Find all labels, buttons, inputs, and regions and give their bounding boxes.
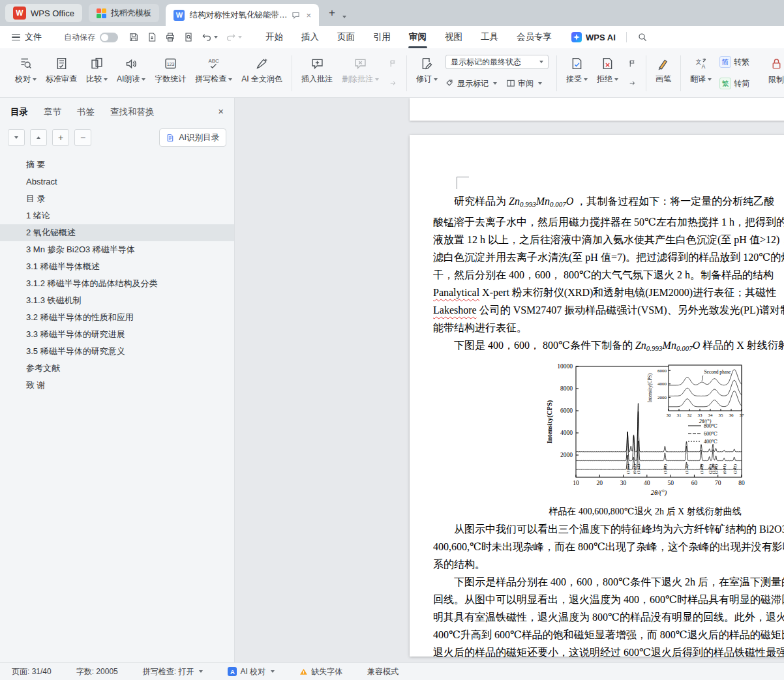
document-text-line[interactable]: 系的结构。: [433, 555, 784, 573]
toc-zoom-out-button[interactable]: −: [74, 129, 91, 146]
status-page-number[interactable]: 页面: 31/40: [12, 666, 52, 677]
redo-button[interactable]: [226, 32, 242, 42]
ribbon-tab-视图[interactable]: 视图: [436, 26, 472, 48]
ribbon-tab-引用[interactable]: 引用: [364, 26, 400, 48]
ribbon-tab-会员专享[interactable]: 会员专享: [507, 26, 561, 48]
show-markup-button[interactable]: 显示标记: [445, 76, 497, 91]
status-spellcheck[interactable]: 拼写检查: 打开: [143, 666, 204, 677]
toc-item[interactable]: 3.1.3 铁磁机制: [0, 292, 234, 309]
review-pane-button[interactable]: 审阅: [506, 76, 542, 91]
document-text-line[interactable]: 滤白色沉淀并用去离子水清洗(至 pH 值=7)。把过滤得到的样品放到 120℃的…: [433, 248, 784, 266]
document-text-line[interactable]: 退火后的样品的磁矩还要小，这说明经过 600℃退火后得到的样品铁磁性最强。: [433, 643, 784, 661]
sidebar-close-icon[interactable]: ×: [218, 106, 224, 117]
reject-changes-button[interactable]: 拒绝: [593, 52, 622, 95]
toc-zoom-in-button[interactable]: +: [52, 129, 69, 146]
toc-item[interactable]: 致 谢: [0, 377, 234, 394]
previous-change-button[interactable]: [626, 57, 639, 70]
document-canvas[interactable]: 研究样品为 Zn0.993Mn0.007O ，其制备过程如下：将一定量的分析纯乙…: [235, 98, 784, 662]
wps-home-button[interactable]: W WPS Office: [5, 4, 82, 22]
sidebar-tab-chapters[interactable]: 章节: [44, 106, 61, 118]
ai-recognize-toc-button[interactable]: AI识别目录: [159, 128, 226, 147]
tab-list-dropdown-icon[interactable]: [342, 16, 346, 18]
ribbon-tab-审阅[interactable]: 审阅: [400, 26, 436, 48]
restrict-edit-button[interactable]: 限制: [764, 53, 784, 88]
ai-read-aloud-button[interactable]: AI朗读: [113, 52, 149, 95]
standard-review-button[interactable]: 标准审查: [42, 52, 81, 95]
toc-item[interactable]: 摘 要: [0, 156, 234, 173]
delete-comment-button[interactable]: 删除批注: [338, 52, 383, 95]
to-traditional-button[interactable]: 简 转繁: [719, 55, 749, 69]
translate-button[interactable]: 文A 翻译: [686, 52, 716, 95]
status-ai-proofread[interactable]: AAI 校对: [228, 666, 275, 677]
toc-item[interactable]: 3 Mn 掺杂 Bi2O3 稀磁半导体: [0, 241, 234, 258]
next-change-button[interactable]: [626, 77, 639, 90]
print-button[interactable]: [165, 32, 175, 42]
export-pdf-button[interactable]: [147, 32, 157, 42]
document-page[interactable]: 研究样品为 Zn0.993Mn0.007O ，其制备过程如下：将一定量的分析纯乙…: [410, 135, 784, 657]
toc-item[interactable]: Abstract: [0, 173, 234, 190]
print-preview-button[interactable]: [183, 32, 194, 42]
toc-item[interactable]: 2 氧化铋概述: [0, 224, 234, 241]
toc-item[interactable]: 3.3 稀磁半导体的研究进展: [0, 326, 234, 343]
document-text-line[interactable]: 从图示中我们可以看出三个温度下的特征峰均为六方纤锌矿结构的 Bi2O3 峰: [433, 520, 784, 538]
undo-button[interactable]: [202, 32, 218, 42]
redo-dropdown-icon[interactable]: [238, 36, 242, 38]
toc-item[interactable]: 1 绪论: [0, 207, 234, 224]
undo-dropdown-icon[interactable]: [214, 36, 218, 38]
toc-item[interactable]: 3.5 稀磁半导体的研究意义: [0, 343, 234, 360]
toc-item[interactable]: 目 录: [0, 190, 234, 207]
document-text-line[interactable]: 400℃升高到 600℃样品的饱和磁矩显著增强，而 800℃退火后的样品的磁矩比: [433, 626, 784, 643]
ribbon-tab-工具[interactable]: 工具: [472, 26, 507, 48]
new-tab-button[interactable]: +: [324, 5, 340, 21]
ribbon-tab-开始[interactable]: 开始: [256, 26, 292, 48]
file-menu[interactable]: 文件: [12, 31, 42, 43]
document-text-line[interactable]: Panalytical X-pert 粉末衍射仪(XRD)和透射电镜(JEM20…: [433, 284, 784, 301]
document-text-line[interactable]: Lakeshore 公司的 VSM27407 振动样品磁强计(VSM)、另外光致…: [433, 301, 784, 319]
previous-page-bottom[interactable]: [410, 98, 784, 121]
status-missing-font[interactable]: 缺失字体: [299, 666, 342, 677]
document-text-line[interactable]: 400,600,℃时未出现杂峰，而在 800℃出现了杂峰，这个杂峰的出现并没有影…: [433, 538, 784, 555]
wps-ai-button[interactable]: WPS AI: [571, 32, 616, 42]
compare-button[interactable]: 比较: [82, 52, 112, 95]
document-text-line[interactable]: 明其具有室温铁磁性，退火温度为 800℃的样品没有明显的回线。此外，退火温: [433, 608, 784, 626]
document-body-text[interactable]: 研究样品为 Zn0.993Mn0.007O ，其制备过程如下：将一定量的分析纯乙…: [433, 192, 784, 661]
autosave-toggle[interactable]: [100, 33, 118, 42]
document-text-line[interactable]: 酸锰溶于去离子水中，然后用磁力搅拌器在 50℃左右加热搅拌 1 h，把得到的: [433, 213, 784, 231]
document-text-line[interactable]: 干，然后分别在 400，600， 800℃的大气气氛下退火 2 h。制备样品的结…: [433, 266, 784, 284]
save-button[interactable]: [128, 32, 139, 42]
next-comment-button[interactable]: [386, 77, 399, 90]
to-simplified-button[interactable]: 繁 转简: [719, 76, 749, 91]
previous-comment-button[interactable]: [386, 57, 399, 70]
ribbon-tab-插入[interactable]: 插入: [292, 26, 328, 48]
track-changes-button[interactable]: 修订: [412, 52, 442, 95]
ai-polish-button[interactable]: AI 全文润色: [237, 52, 286, 95]
toc-item[interactable]: 参考文献: [0, 360, 234, 377]
spell-check-button[interactable]: ABC 拼写检查: [191, 52, 236, 95]
ribbon-tab-页面[interactable]: 页面: [328, 26, 364, 48]
close-tab-icon[interactable]: ×: [305, 11, 312, 20]
ink-pen-button[interactable]: 画笔: [652, 52, 675, 95]
comment-bubble-icon[interactable]: [292, 11, 300, 20]
toc-expand-button[interactable]: [8, 129, 25, 146]
sidebar-tab-bookmarks[interactable]: 书签: [77, 106, 95, 118]
accept-changes-button[interactable]: 接受: [562, 52, 592, 95]
document-text-line[interactable]: 回线。从图中可以明显看出，退火温度为 400，600℃时样品具有明显的磁滞回: [433, 591, 784, 608]
search-button[interactable]: [637, 32, 648, 42]
document-text-line[interactable]: 能带结构进行表征。: [433, 319, 784, 336]
tab-docer-template[interactable]: 找稻壳模板: [89, 4, 160, 22]
misspelled-word[interactable]: Lakeshore: [433, 304, 477, 316]
toc-item[interactable]: 3.1 稀磁半导体概述: [0, 258, 234, 275]
tab-document[interactable]: W 结构对称性对氧化铋能带的影... ×: [166, 4, 319, 26]
toc-item[interactable]: 3.2 稀磁半导体的性质和应用: [0, 309, 234, 326]
misspelled-word[interactable]: Panalytical: [433, 287, 479, 298]
toc-item[interactable]: 3.1.2 稀磁半导体的晶体结构及分类: [0, 275, 234, 292]
word-count-button[interactable]: 123 字数统计: [151, 52, 190, 95]
document-text-line[interactable]: 液放置 12 h 以上，之后往溶液中滴加入氨水使其产生白色沉淀(至 pH 值>1…: [433, 231, 784, 248]
toc-collapse-button[interactable]: [30, 129, 47, 146]
xrd-figure[interactable]: (100)(002)(101)(102)(110)(103)(200)(112)…: [543, 360, 747, 501]
status-word-count[interactable]: 字数: 20005: [76, 666, 118, 677]
document-text-line[interactable]: 下图是 400，600， 800℃条件下制备的 Zn0.993Mn0.007O …: [433, 336, 784, 357]
markup-state-select[interactable]: 显示标记的最终状态: [445, 55, 549, 69]
sidebar-tab-find-replace[interactable]: 查找和替换: [110, 106, 155, 118]
document-text-line[interactable]: 下图示是样品分别在 400，600，800℃条件下退火 2h 后，在室温下测量的: [433, 573, 784, 591]
